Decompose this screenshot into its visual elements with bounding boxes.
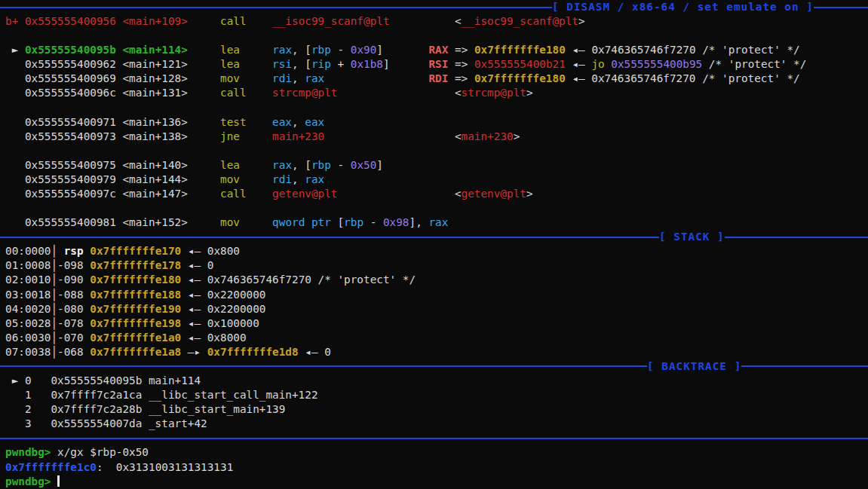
text-segment: call <box>220 188 247 200</box>
text-segment <box>240 159 272 171</box>
text-segment: => <box>448 44 474 56</box>
text-segment: 0x7fffffffe188 <box>90 289 181 301</box>
text-segment: /* 'protect' */ <box>702 58 806 70</box>
text-segment: rax <box>272 159 292 171</box>
disasm-line: ► 0x55555540095b <main+114> lea rax, [rb… <box>5 43 868 57</box>
disasm-pane-title: [ DISASM / x86-64 / set emulate on ] <box>552 0 814 14</box>
text-segment: rbp <box>311 44 331 56</box>
text-segment: jo <box>591 58 604 70</box>
text-segment: 0x555555400973 <main+138> <box>5 130 188 142</box>
text-segment: - <box>331 44 351 56</box>
text-segment: eax <box>272 116 292 128</box>
text-segment: 0x50 <box>351 159 377 171</box>
text-segment: x/gx $rbp-0x50 <box>57 446 149 458</box>
text-segment: ] <box>376 159 383 171</box>
disasm-line <box>5 201 868 215</box>
text-segment <box>324 72 428 84</box>
text-segment: rdi <box>272 173 292 185</box>
text-segment: 0x7fffffffe198 <box>90 317 181 329</box>
text-segment: [ <box>337 216 344 228</box>
text-segment: │ <box>51 274 57 286</box>
backtrace-pane: ► 0 0x55555540095b main+114 1 0x7ffff7c2… <box>0 374 868 431</box>
text-segment: strcmp@plt <box>462 87 526 99</box>
text-segment: RSI <box>428 58 448 70</box>
disasm-line: 0x55555540097c <main+147> call getenv@pl… <box>5 187 868 201</box>
text-segment: rip <box>311 58 331 70</box>
text-segment: ] <box>383 58 390 70</box>
terminal: [ DISASM / x86-64 / set emulate on ] b+ … <box>0 0 868 489</box>
text-segment: 00:0000 <box>5 245 51 257</box>
disasm-line <box>5 101 868 115</box>
backtrace-pane-header: [ BACKTRACE ] <box>0 359 868 374</box>
text-segment: 0x7fffffffe1d8 <box>207 346 299 358</box>
text-segment: lea <box>220 159 240 171</box>
text-segment: 0x555555400971 <main+136> <box>5 116 188 128</box>
text-segment: 0 <box>324 346 331 358</box>
text-segment <box>383 44 428 56</box>
text-segment: < <box>455 130 462 142</box>
backtrace-pane-title: [ BACKTRACE ] <box>647 359 741 374</box>
console-input-area[interactable]: pwndbg> x/gx $rbp-0x500x7fffffffe1c0: 0x… <box>0 445 868 488</box>
backtrace-line: ► 0 0x55555540095b main+114 <box>5 374 868 388</box>
text-segment: 0x2200000 <box>207 303 266 315</box>
text-segment: - <box>363 216 383 228</box>
text-segment: 3 0x5555554007da _start+42 <box>5 417 207 429</box>
text-segment <box>84 303 90 315</box>
stack-line: 00:0000│ rsp 0x7fffffffe170 ◂— 0x800 <box>5 244 868 258</box>
text-segment: rax <box>305 72 324 84</box>
text-segment: 0x555555400b95 <box>611 58 702 70</box>
text-segment: pwndbg> <box>5 446 57 458</box>
text-segment: 0x7fffffffe1a8 <box>90 346 181 358</box>
text-segment: ► 0 0x55555540095b main+114 <box>5 374 201 387</box>
terminal-cursor[interactable] <box>57 475 60 487</box>
text-segment: 0x800 <box>207 245 240 257</box>
text-segment: 0x7fffffffe180 <box>474 44 566 56</box>
header-line-left <box>0 365 647 367</box>
text-segment: getenv@plt <box>462 188 526 200</box>
text-segment: 01:0008 <box>5 259 51 271</box>
text-segment: __isoc99_scanf@plt <box>462 15 578 27</box>
header-line-left <box>0 7 552 8</box>
text-segment: 0x7fffffffe1c0 <box>5 461 97 473</box>
text-segment: 0x746365746f7270 /* 'protect' */ <box>591 72 799 84</box>
text-segment <box>84 317 90 329</box>
text-segment: , <box>292 173 305 185</box>
console-line[interactable]: pwndbg> <box>5 475 868 489</box>
text-segment: call <box>220 87 247 99</box>
text-segment: 0x3131003131313131 <box>116 461 233 473</box>
text-segment: 04:0020 <box>5 303 51 315</box>
disasm-line: 0x555555400973 <main+138> jne main+230 <… <box>5 130 868 144</box>
text-segment: call <box>220 15 247 27</box>
backtrace-line: 1 0x7ffff7c2a1ca __libc_start_call_main+… <box>5 388 868 402</box>
text-segment: rdi <box>272 72 292 84</box>
separator-line <box>0 438 868 439</box>
text-segment <box>84 274 90 286</box>
text-segment: ◂— <box>566 44 592 56</box>
text-segment: pwndbg> <box>5 475 57 487</box>
text-segment: ] <box>376 44 383 56</box>
text-segment: │ <box>51 332 57 344</box>
text-segment <box>188 15 220 27</box>
text-segment: 03:0018 <box>5 289 51 301</box>
console-line[interactable]: pwndbg> x/gx $rbp-0x50 <box>5 445 868 460</box>
text-segment: 0x555555400981 <main+152> <box>5 216 188 228</box>
text-segment: 1 0x7ffff7c2a1ca __libc_start_call_main+… <box>5 389 318 401</box>
text-segment <box>188 72 220 84</box>
text-segment <box>605 58 612 70</box>
text-segment: ◂— <box>181 332 207 344</box>
text-segment <box>84 245 90 257</box>
text-segment <box>188 159 220 171</box>
text-segment: mov <box>220 173 240 185</box>
text-segment: 02:0010 <box>5 274 51 286</box>
text-segment: ], <box>409 216 429 228</box>
console-line[interactable]: 0x7fffffffe1c0: 0x3131003131313131 <box>5 460 868 475</box>
header-line-left <box>0 237 659 238</box>
text-segment: mov <box>220 72 240 84</box>
stack-line: 05:0028│-078 0x7fffffffe198 ◂— 0x100000 <box>5 316 868 331</box>
text-segment: rax <box>305 173 324 185</box>
text-segment: 07:0038 <box>5 346 51 358</box>
text-segment: main+230 <box>272 130 324 142</box>
text-segment: 0x7fffffffe170 <box>90 245 181 257</box>
text-segment: < <box>455 15 462 27</box>
disasm-line: 0x555555400975 <main+140> lea rax, [rbp … <box>5 158 868 173</box>
